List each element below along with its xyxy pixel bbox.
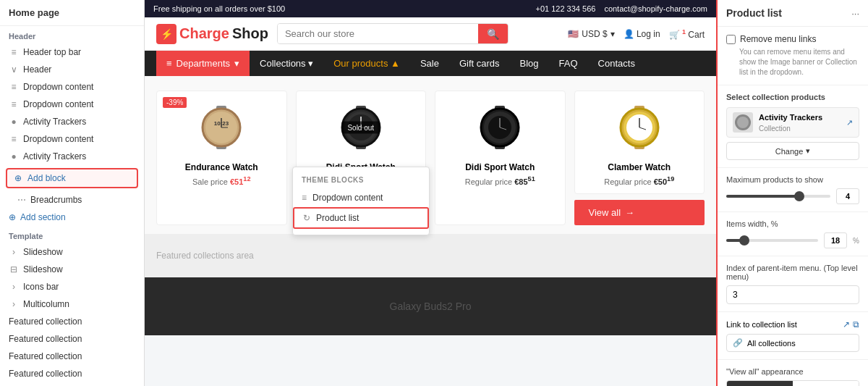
store-preview-wrapper: Free shipping on all orders over $100 +0…	[145, 0, 716, 386]
sidebar-item-activity-2[interactable]: ● Activity Trackers	[0, 148, 144, 165]
cart-icon: 🛒	[669, 30, 680, 40]
breadcrumb-icon: ⋯	[17, 195, 26, 205]
collection-input[interactable]: 🔗 All collections	[726, 334, 859, 352]
max-products-fill	[726, 195, 799, 198]
sidebar-item-featured-3[interactable]: Featured collection	[0, 348, 144, 365]
product-card-1[interactable]: -39% 10:23 End	[156, 91, 287, 225]
sidebar-item-dropdown-2[interactable]: ≡ Dropdown content	[0, 96, 144, 113]
change-button[interactable]: Change ▾	[726, 142, 859, 160]
add-block-label: Add block	[27, 173, 66, 183]
change-label: Change	[775, 147, 804, 156]
nav-our-products[interactable]: Our products ▲	[323, 51, 410, 76]
nav-blog[interactable]: Blog	[510, 51, 549, 76]
index-label: Index of parent-item menu. (Top level me…	[726, 264, 859, 281]
logo-shop: Shop	[232, 25, 268, 42]
sidebar-item-icons-bar[interactable]: › Icons bar	[0, 278, 144, 295]
sidebar-item-featured-4[interactable]: Featured collection	[0, 365, 144, 382]
logo-charge: Charge	[179, 25, 229, 42]
departments-icon: ≡	[166, 58, 172, 69]
index-input[interactable]	[726, 285, 859, 304]
login-link[interactable]: 👤 Log in	[624, 29, 660, 39]
price-label-4: Regular price	[604, 177, 651, 186]
remove-menu-links-checkbox[interactable]	[726, 35, 736, 44]
add-section-button[interactable]: ⊕ Add section	[0, 209, 144, 226]
price-value-3: €8551	[514, 177, 535, 186]
view-all-button[interactable]: View all →	[574, 200, 705, 225]
external-link-icon-2[interactable]: ↗	[843, 319, 850, 330]
search-button[interactable]: 🔍	[478, 24, 508, 43]
theme-block-product-icon: ↻	[303, 213, 310, 223]
nav-contacts[interactable]: Contacts	[588, 51, 645, 76]
chevron-icon-3: ›	[9, 299, 19, 309]
arrow-icon: →	[625, 207, 634, 218]
collection-item: Activity Trackers Collection ↗	[726, 107, 859, 138]
index-section: Index of parent-item menu. (Top level me…	[718, 256, 868, 312]
search-input[interactable]	[278, 24, 478, 43]
external-link-icon[interactable]: ↗	[846, 118, 853, 127]
sidebar-item-label: Dropdown content	[23, 134, 93, 144]
sidebar-item-featured-1[interactable]: Featured collection	[0, 313, 144, 330]
product-card-4[interactable]: Clamber Watch Regular price €5019	[574, 91, 705, 194]
products-section: -39% 10:23 End	[145, 76, 716, 234]
sidebar-item-multicolumn[interactable]: › Multicolumn	[0, 295, 144, 313]
max-products-value: 4	[836, 188, 859, 204]
sidebar-item-dropdown-3[interactable]: ≡ Dropdown content	[0, 130, 144, 148]
banner-placeholder: Galaxy Buds2 Pro	[390, 301, 472, 312]
store-preview: Free shipping on all orders over $100 +0…	[145, 0, 716, 335]
product-card-3[interactable]: Didi Sport Watch Regular price €8551	[435, 91, 566, 225]
nav-faq[interactable]: FAQ	[549, 51, 588, 76]
nav-faq-label: FAQ	[559, 58, 578, 69]
nav-sale[interactable]: Sale	[410, 51, 449, 76]
panel-menu-icon[interactable]: ···	[851, 8, 859, 19]
search-bar[interactable]: 🔍	[277, 23, 509, 44]
cart-link[interactable]: 🛒 1 Cart	[669, 28, 705, 40]
max-products-thumb[interactable]	[794, 191, 804, 201]
sidebar-item-featured-2[interactable]: Featured collection	[0, 330, 144, 348]
max-products-slider-row: 4	[726, 188, 859, 204]
sidebar-item-dropdown-1[interactable]: ≡ Dropdown content	[0, 78, 144, 96]
sidebar-item-header-top-bar[interactable]: ≡ Header top bar	[0, 43, 144, 61]
store-header: ⚡ ChargeShop 🔍 🇺🇸 USD $ ▾ 👤 Log in	[145, 17, 716, 51]
sidebar-item-label: Dropdown content	[23, 82, 93, 92]
currency-selector[interactable]: 🇺🇸 USD $ ▾	[568, 29, 614, 39]
dropdown-icon-3: ≡	[9, 134, 19, 144]
breadcrumbs-item[interactable]: ⋯ Breadcrumbs	[0, 191, 144, 209]
sidebar-item-collection-list[interactable]: Collection list	[0, 382, 144, 386]
max-products-track[interactable]	[726, 195, 830, 198]
nav-collections[interactable]: Collections ▾	[250, 51, 323, 76]
featured-strip-text: Featured collections area	[156, 251, 254, 261]
sidebar-item-slideshow-1[interactable]: › Slideshow	[0, 243, 144, 261]
theme-block-dropdown-icon: ≡	[302, 193, 307, 203]
collection-type: Collection	[759, 125, 841, 133]
contact-info: +01 122 334 566 contact@shopify-charge.c…	[535, 4, 707, 13]
banner-area: Galaxy Buds2 Pro	[145, 277, 716, 335]
select-collection-section: Select collection products Activity Trac…	[718, 85, 868, 168]
theme-block-dropdown[interactable]: ≡ Dropdown content	[293, 188, 429, 207]
cart-count: 1	[682, 28, 686, 35]
price-value-4: €5019	[654, 177, 675, 186]
remove-menu-links-label[interactable]: Remove menu links	[726, 34, 859, 44]
featured-collection-label-3: Featured collection	[9, 351, 82, 361]
items-width-section: Items width, % 18 %	[718, 212, 868, 256]
collection-info: Activity Trackers Collection	[759, 113, 841, 133]
page-title: Home page	[0, 0, 144, 26]
add-block-button[interactable]: ⊕ Add block	[6, 168, 138, 188]
items-width-track[interactable]	[726, 239, 818, 242]
currency-label: USD $	[582, 29, 607, 39]
nav-gift-cards[interactable]: Gift cards	[449, 51, 510, 76]
items-width-thumb[interactable]	[739, 235, 749, 246]
view-all-button-option[interactable]: Button	[727, 381, 793, 386]
sidebar-item-activity-1[interactable]: ● Activity Trackers	[0, 113, 144, 130]
copy-link-icon[interactable]: ⧉	[853, 319, 859, 330]
theme-block-product-list[interactable]: ↻ Product list	[293, 207, 429, 229]
sidebar-item-label: Header	[23, 64, 51, 75]
sidebar-item-slideshow-2[interactable]: ⊟ Slideshow	[0, 261, 144, 278]
right-panel-title: Product list	[726, 7, 782, 19]
view-all-text-option[interactable]: Text link	[793, 381, 859, 386]
collection-name: Activity Trackers	[759, 113, 841, 122]
nav-departments[interactable]: ≡ Departments ▾	[156, 51, 250, 76]
featured-collection-label-2: Featured collection	[9, 334, 82, 344]
product-price-4: Regular price €5019	[582, 175, 697, 186]
announcement-text: Free shipping on all orders over $100	[153, 4, 285, 13]
sidebar-item-header[interactable]: ∨ Header	[0, 61, 144, 78]
